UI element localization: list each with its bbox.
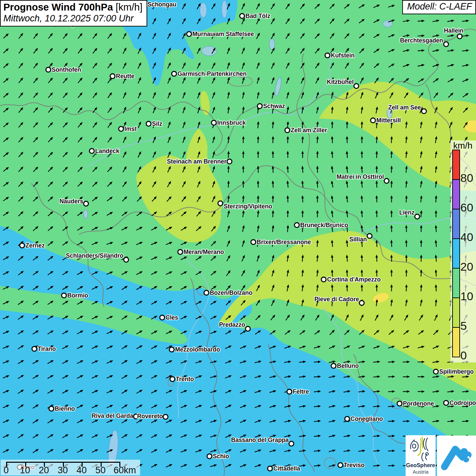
lake <box>200 3 207 18</box>
city-marker <box>321 277 326 282</box>
title-unit: [km/h] <box>113 2 142 13</box>
city-marker <box>268 466 272 471</box>
city-marker <box>207 454 212 459</box>
scalebar-label: 0 <box>3 465 8 476</box>
city-label: Tirano <box>38 345 56 352</box>
city-label: Meran/Merano <box>184 249 224 255</box>
city-marker <box>338 463 343 468</box>
legend-color-40 <box>453 209 459 239</box>
city-marker <box>251 240 256 244</box>
legend-color-10 <box>453 269 459 298</box>
city-label: Schlanders/Silandro <box>66 252 123 259</box>
city-marker <box>227 159 232 164</box>
city-marker <box>354 84 359 88</box>
city-marker <box>397 401 402 406</box>
legend: km/h 806040201050 <box>451 140 476 362</box>
legend-tick-label: 0 <box>460 350 467 361</box>
city-label: Bruneck/Brunico <box>300 222 348 228</box>
geosphere-name: GeoSphere <box>406 462 436 469</box>
scalebar-label: 20 <box>39 465 49 476</box>
city-label: Murnau am Staffelsee <box>192 31 254 37</box>
city-marker <box>89 149 94 153</box>
city-label: Bienno <box>55 405 75 412</box>
legend-color-60 <box>453 180 459 209</box>
scalebar-label: 50 <box>95 465 105 476</box>
city-label: Schwaz <box>263 103 285 109</box>
city-marker <box>110 74 115 79</box>
city-marker <box>62 293 66 298</box>
lake-tegernsee <box>269 39 275 50</box>
city-marker <box>345 417 350 421</box>
city-marker <box>444 42 448 47</box>
legend-color-20 <box>453 239 459 269</box>
city-marker <box>119 126 123 131</box>
lake-staffelsee <box>202 46 217 56</box>
legend-tick-label: 80 <box>460 172 473 184</box>
city-label: Cittadella <box>273 465 300 472</box>
city-label: Lienz <box>399 209 414 216</box>
city-label: Bormio <box>67 292 88 299</box>
city-label: Nauders <box>60 198 83 205</box>
city-marker <box>384 178 389 183</box>
model-box: Modell: C-LAEF <box>402 0 476 14</box>
legend-color-5 <box>453 298 459 328</box>
city-label: Treviso <box>344 462 364 469</box>
legend-tick-label: 60 <box>460 202 473 213</box>
city-label: Cortina d'Ampezzo <box>327 276 381 283</box>
city-marker <box>211 120 216 125</box>
city-marker <box>49 406 54 411</box>
city-label: Steinach am Brenner <box>167 158 226 165</box>
city-label: Belluno <box>337 362 359 369</box>
city-label: Riva del Garda <box>91 412 133 419</box>
city-marker <box>169 347 174 352</box>
city-label: Sillian <box>349 236 367 243</box>
title-box: Prognose Wind 700hPa [km/h] Mittwoch, 10… <box>0 0 147 27</box>
partner-logo-box <box>437 436 476 476</box>
city-marker <box>20 243 24 248</box>
city-label: Sterzing/Vipiteno <box>224 203 272 210</box>
city-marker <box>325 53 330 58</box>
city-marker <box>245 326 250 331</box>
legend-tick-label: 10 <box>460 290 473 302</box>
city-label: Mittersill <box>376 117 401 124</box>
scalebar-label: 60km <box>114 465 136 476</box>
city-marker <box>46 67 51 72</box>
map-title: Prognose Wind 700hPa [km/h] <box>3 2 142 13</box>
city-label: Brixen/Bressanone <box>257 239 311 245</box>
city-marker <box>240 14 244 18</box>
scalebar-label: 30 <box>57 465 68 476</box>
title-product: Prognose Wind 700hPa <box>3 2 113 13</box>
geosphere-logo-box: GeoSphere Austria <box>406 435 436 476</box>
scalebar-label: 10 <box>20 465 30 476</box>
city-marker <box>178 250 183 254</box>
lake-reschensee <box>84 210 88 219</box>
city-marker <box>204 290 209 295</box>
map-scalebar: 0102030405060km <box>1 460 140 475</box>
city-marker <box>170 377 175 381</box>
city-label: Bozen/Bolzano <box>210 289 252 296</box>
city-label: Cles <box>166 314 178 321</box>
city-marker <box>163 414 168 419</box>
city-marker <box>257 104 262 108</box>
city-marker <box>124 257 129 262</box>
city-label: Spilimbergo <box>439 368 474 375</box>
wind-map-canvas: SchongauBad TölzKemptenMurnau am Staffel… <box>0 0 476 476</box>
city-label: Garmisch-Partenkirchen <box>177 70 247 77</box>
model-label: Modell: C-LAEF <box>407 1 472 12</box>
city-marker <box>331 363 336 368</box>
city-label: Pieve di Cadore <box>314 296 359 303</box>
city-marker <box>422 109 426 114</box>
city-label: Hallein <box>444 27 463 34</box>
weather-map-screenshot: SchongauBad TölzKemptenMurnau am Staffel… <box>0 0 476 476</box>
geosphere-contour-icon <box>406 435 436 462</box>
city-label: Rovereto <box>137 413 163 420</box>
city-label: Codroipo <box>449 400 476 406</box>
city-marker <box>32 346 37 351</box>
legend-tick-label: 5 <box>460 320 467 332</box>
city-marker <box>285 128 290 133</box>
city-label: Feltre <box>293 388 309 395</box>
legend-colorbar <box>452 150 460 357</box>
city-marker <box>146 121 151 126</box>
city-label: Kitzbühel <box>327 79 354 85</box>
city-label: Innsbruck <box>217 119 246 126</box>
